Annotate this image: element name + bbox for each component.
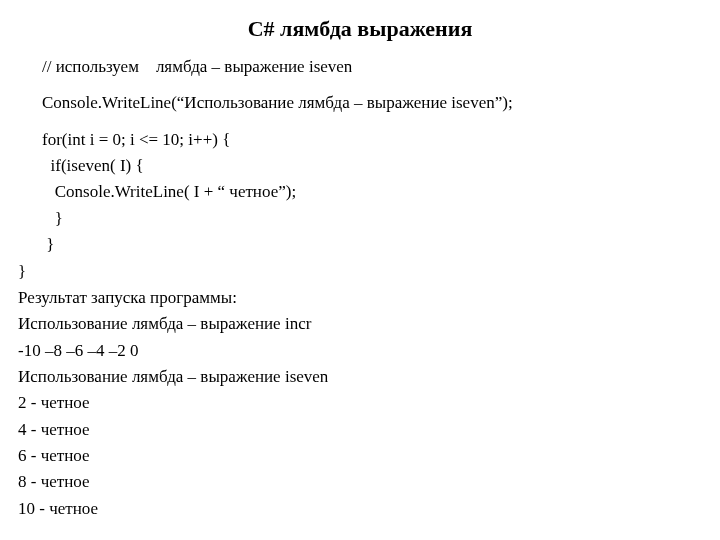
output-line: Результат запуска программы: bbox=[18, 285, 702, 311]
code-line: } bbox=[42, 206, 702, 232]
output-line: 6 - четное bbox=[18, 443, 702, 469]
code-line: Console.WriteLine( I + “ четное”); bbox=[42, 179, 702, 205]
code-line: // используем лямбда – выражение iseven bbox=[42, 54, 702, 80]
output-line: 2 - четное bbox=[18, 390, 702, 416]
code-block: // используем лямбда – выражение iseven … bbox=[18, 54, 702, 258]
output-line: 8 - четное bbox=[18, 469, 702, 495]
output-line: 4 - четное bbox=[18, 417, 702, 443]
code-line: if(iseven( I) { bbox=[42, 153, 702, 179]
blank-line bbox=[42, 117, 702, 127]
code-line: for(int i = 0; i <= 10; i++) { bbox=[42, 127, 702, 153]
code-line: Console.WriteLine(“Использование лямбда … bbox=[42, 90, 702, 116]
output-block: Результат запуска программы: Использован… bbox=[18, 285, 702, 522]
slide-title: C# лямбда выражения bbox=[18, 12, 702, 46]
output-line: Использование лямбда – выражение incr bbox=[18, 311, 702, 337]
blank-line bbox=[42, 80, 702, 90]
output-line: -10 –8 –6 –4 –2 0 bbox=[18, 338, 702, 364]
code-line: } bbox=[42, 232, 702, 258]
output-line: Использование лямбда – выражение iseven bbox=[18, 364, 702, 390]
code-line: } bbox=[18, 259, 702, 285]
output-line: 10 - четное bbox=[18, 496, 702, 522]
